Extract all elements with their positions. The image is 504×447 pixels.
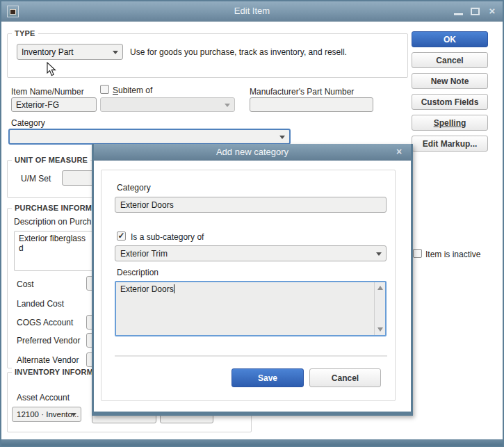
dropdown-arrow-icon [376, 252, 382, 256]
modal-description-label: Description [117, 268, 158, 277]
item-type-value: Inventory Part [22, 47, 74, 57]
text-caret [174, 284, 174, 293]
cancel-button-label: Cancel [436, 56, 463, 65]
window-bottom-border [1, 439, 503, 446]
item-name-label: Item Name/Number [11, 87, 84, 97]
cost-label: Cost [17, 279, 34, 289]
modal-divider [115, 355, 387, 357]
ok-button[interactable]: OK [412, 31, 488, 47]
type-group-label: TYPE [12, 29, 38, 38]
purchase-description-textarea[interactable]: Exterior fiberglass d [14, 231, 94, 271]
modal-close-button[interactable]: × [393, 146, 405, 157]
parent-category-value: Exterior Trim [120, 249, 168, 259]
subcategory-label: Is a sub-category of [131, 232, 204, 242]
save-button-label: Save [258, 373, 277, 383]
category-dropdown[interactable] [8, 129, 291, 145]
unit-of-measure-group-label: UNIT OF MEASURE [12, 156, 90, 164]
parent-category-dropdown[interactable]: Exterior Trim [115, 245, 387, 261]
new-note-button-label: New Note [431, 76, 469, 86]
subitem-label: Subitem of [113, 86, 152, 95]
item-type-dropdown[interactable]: Inventory Part [17, 44, 123, 60]
window-titlebar: Edit Item × [1, 1, 503, 22]
landed-cost-label: Landed Cost [17, 299, 64, 309]
scroll-down-icon [377, 327, 383, 332]
scroll-up-icon [377, 286, 383, 290]
minimize-button[interactable] [451, 1, 466, 22]
modal-title: Add new category [94, 147, 411, 157]
purchase-description-label: Description on Purch [14, 217, 91, 227]
subitem-dropdown[interactable] [100, 97, 235, 112]
spelling-button[interactable]: Spelling [412, 115, 488, 131]
ok-button-label: OK [444, 35, 456, 44]
asset-account-value: 12100 · Invento... [17, 410, 79, 418]
modal-category-label: Category [117, 183, 151, 193]
dropdown-arrow-icon [113, 51, 118, 54]
type-description: Use for goods you purchase, track as inv… [130, 47, 401, 57]
mouse-cursor [47, 62, 57, 76]
asset-account-label: Asset Account [17, 393, 70, 403]
save-button[interactable]: Save [231, 368, 304, 387]
dropdown-arrow-icon [279, 136, 285, 139]
mpn-input[interactable] [250, 97, 373, 112]
edit-markup-button[interactable]: Edit Markup... [412, 136, 488, 152]
cancel-button[interactable]: Cancel [412, 52, 488, 68]
modal-category-input[interactable]: Exterior Doors [115, 197, 387, 213]
item-inactive-label: Item is inactive [425, 250, 480, 259]
edit-markup-button-label: Edit Markup... [423, 139, 478, 149]
cogs-account-label: COGS Account [17, 318, 73, 327]
purchase-info-group-label: PURCHASE INFORMAT [12, 204, 104, 212]
modal-description-textarea[interactable]: Exterior Doors [115, 281, 387, 336]
close-icon: × [485, 5, 500, 17]
custom-fields-button-label: Custom Fields [421, 97, 479, 107]
subitem-label-mnemonic: S [113, 86, 118, 95]
modal-description-value: Exterior Doors [120, 284, 174, 294]
item-inactive-checkbox[interactable] [413, 249, 422, 258]
subcategory-checkbox[interactable]: ✓ [117, 231, 126, 241]
add-new-category-dialog: Add new category × Category Exterior Doo… [92, 144, 413, 416]
custom-fields-button[interactable]: Custom Fields [412, 94, 488, 110]
alternate-vendor-label: Alternate Vendor [17, 355, 79, 365]
um-set-label: U/M Set [21, 174, 51, 184]
new-note-button[interactable]: New Note [412, 73, 488, 89]
subitem-label-rest: ubitem of [118, 86, 152, 95]
maximize-icon [471, 8, 480, 15]
close-button[interactable]: × [485, 1, 500, 22]
modal-cancel-button-label: Cancel [332, 373, 359, 383]
dropdown-arrow-icon [71, 413, 76, 416]
modal-cancel-button[interactable]: Cancel [309, 368, 381, 387]
edit-item-window: Edit Item × TYPE Inventory Part Use for … [0, 0, 504, 447]
dropdown-arrow-icon [225, 104, 230, 107]
textarea-scrollbar[interactable] [374, 282, 385, 335]
subitem-checkbox[interactable] [100, 85, 109, 94]
item-name-value: Exterior-FG [16, 100, 59, 110]
spelling-button-label: Spelling [434, 118, 466, 128]
maximize-button[interactable] [468, 1, 483, 22]
modal-category-value: Exterior Doors [120, 200, 174, 210]
minimize-icon [454, 13, 463, 15]
purchase-description-value: Exterior fiberglass d [19, 234, 86, 253]
item-name-input[interactable]: Exterior-FG [11, 97, 97, 112]
mpn-label: Manufacturer's Part Number [250, 87, 354, 97]
modal-titlebar: Add new category × [94, 144, 411, 161]
category-label: Category [11, 118, 45, 128]
preferred-vendor-label: Preferred Vendor [17, 336, 80, 346]
window-title: Edit Item [1, 6, 503, 16]
asset-account-dropdown[interactable]: 12100 · Invento... [12, 407, 81, 422]
